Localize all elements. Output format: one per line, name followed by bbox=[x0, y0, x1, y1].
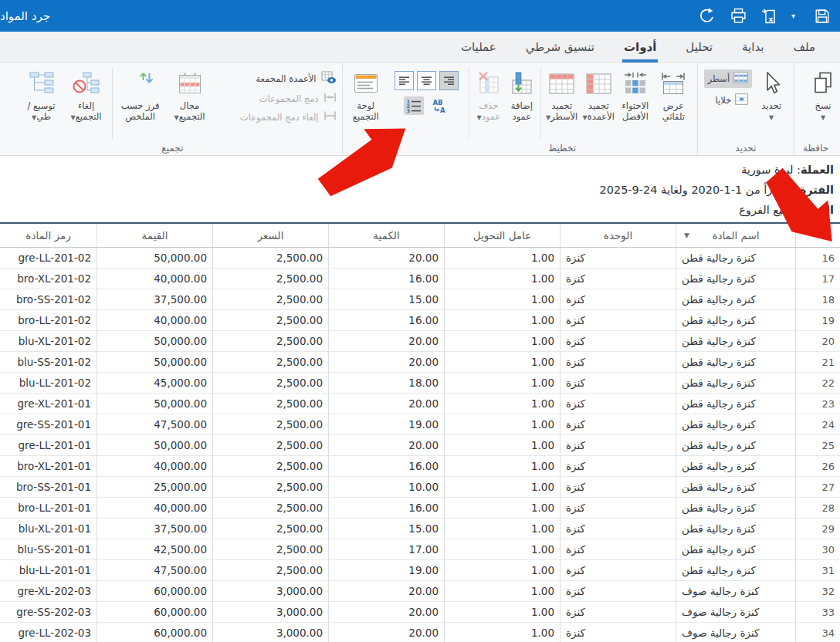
column-header-name[interactable]: ▼ اسم المادة bbox=[676, 224, 795, 247]
table-row[interactable]: 26كنزة رجالية قطنكنزة1.0016.002,500.0040… bbox=[0, 456, 840, 477]
cell-price[interactable]: 3,000.00 bbox=[212, 623, 328, 642]
cell-value[interactable]: 50,000.00 bbox=[97, 394, 212, 414]
export-button[interactable]: x bbox=[760, 6, 780, 26]
cell-unit[interactable]: كنزة bbox=[560, 519, 676, 539]
cell-unit[interactable]: كنزة bbox=[560, 310, 676, 330]
column-header-factor[interactable]: عامل التحويل bbox=[444, 224, 560, 247]
filter-caret-icon[interactable]: ▼ bbox=[684, 231, 689, 239]
table-row[interactable]: 16كنزة رجالية قطنكنزة1.0020.002,500.0050… bbox=[0, 248, 840, 269]
cell-name[interactable]: كنزة رجالية قطن bbox=[676, 269, 795, 289]
cell-qty[interactable]: 20.00 bbox=[328, 394, 444, 414]
cell-name[interactable]: كنزة رجالية صوف bbox=[676, 602, 795, 622]
cell-unit[interactable]: كنزة bbox=[560, 435, 676, 455]
cell-unit[interactable]: كنزة bbox=[560, 331, 676, 351]
align-right-button[interactable] bbox=[439, 71, 459, 90]
cell-rownum[interactable]: 24 bbox=[795, 414, 840, 434]
column-header-qty[interactable]: الكمية bbox=[328, 224, 444, 247]
expand-collapse-button[interactable]: توسيع / طي▼ bbox=[20, 66, 63, 136]
cell-value[interactable]: 50,000.00 bbox=[97, 248, 212, 268]
cell-price[interactable]: 2,500.00 bbox=[212, 373, 328, 393]
cell-factor[interactable]: 1.00 bbox=[444, 519, 560, 539]
cell-factor[interactable]: 1.00 bbox=[444, 352, 560, 372]
cell-unit[interactable]: كنزة bbox=[560, 373, 676, 393]
cell-value[interactable]: 37,500.00 bbox=[97, 519, 212, 539]
cell-rownum[interactable]: 25 bbox=[795, 435, 840, 455]
cell-value[interactable]: 25,000.00 bbox=[97, 477, 212, 497]
cell-rownum[interactable]: 23 bbox=[795, 394, 840, 414]
cell-name[interactable]: كنزة رجالية قطن bbox=[676, 289, 795, 309]
cell-unit[interactable]: كنزة bbox=[560, 269, 676, 289]
cell-rownum[interactable]: 31 bbox=[795, 560, 840, 580]
save-button[interactable] bbox=[812, 6, 832, 26]
cell-name[interactable]: كنزة رجالية قطن bbox=[676, 435, 795, 455]
delete-column-button[interactable]: حذف عمود▼ bbox=[472, 66, 505, 136]
cell-value[interactable]: 50,000.00 bbox=[97, 331, 212, 351]
cell-value[interactable]: 60,000.00 bbox=[97, 602, 212, 622]
cell-factor[interactable]: 1.00 bbox=[444, 623, 560, 642]
table-row[interactable]: 21كنزة رجالية قطنكنزة1.0020.002,500.0050… bbox=[0, 352, 840, 373]
cell-code[interactable]: gre-LL-202-03 bbox=[0, 623, 97, 642]
cell-unit[interactable]: كنزة bbox=[560, 560, 676, 580]
cell-price[interactable]: 3,000.00 bbox=[212, 581, 328, 601]
cell-qty[interactable]: 20.00 bbox=[328, 352, 444, 372]
select-cells-toggle[interactable]: خلايا bbox=[704, 91, 753, 110]
table-row[interactable]: 34كنزة رجالية صوفكنزة1.0020.003,000.0060… bbox=[0, 623, 840, 642]
cell-name[interactable]: كنزة رجالية قطن bbox=[676, 539, 795, 559]
cell-qty[interactable]: 16.00 bbox=[328, 269, 444, 289]
auto-view-button[interactable]: عرض تلقائي bbox=[653, 66, 693, 136]
cell-unit[interactable]: كنزة bbox=[560, 498, 676, 518]
cell-price[interactable]: 2,500.00 bbox=[212, 456, 328, 476]
cell-qty[interactable]: 17.00 bbox=[328, 539, 444, 559]
cell-qty[interactable]: 20.00 bbox=[328, 581, 444, 601]
cell-factor[interactable]: 1.00 bbox=[444, 394, 560, 414]
cell-rownum[interactable]: 21 bbox=[795, 352, 840, 372]
table-row[interactable]: 19كنزة رجالية قطنكنزة1.0016.002,500.0040… bbox=[0, 310, 840, 331]
cell-code[interactable]: bro-LL-201-01 bbox=[0, 498, 97, 518]
export-dropdown-caret-icon[interactable]: ▾ bbox=[791, 12, 801, 20]
tab-conditional-formatting[interactable]: تنسيق شرطي bbox=[524, 32, 596, 63]
cell-name[interactable]: كنزة رجالية قطن bbox=[676, 456, 795, 476]
cell-rownum[interactable]: 32 bbox=[795, 581, 840, 601]
cell-value[interactable]: 40,000.00 bbox=[97, 269, 212, 289]
cell-rownum[interactable]: 20 bbox=[795, 331, 840, 351]
table-row[interactable]: 28كنزة رجالية قطنكنزة1.0016.002,500.0040… bbox=[0, 498, 840, 519]
cell-price[interactable]: 2,500.00 bbox=[212, 519, 328, 539]
cell-unit[interactable]: كنزة bbox=[560, 352, 676, 372]
cell-qty[interactable]: 16.00 bbox=[328, 456, 444, 476]
cell-code[interactable]: blu-XL-201-02 bbox=[0, 331, 97, 351]
cell-price[interactable]: 2,500.00 bbox=[212, 394, 328, 414]
cell-value[interactable]: 40,000.00 bbox=[97, 498, 212, 518]
cell-price[interactable]: 2,500.00 bbox=[212, 414, 328, 434]
column-header-rownum[interactable] bbox=[795, 224, 840, 247]
group-range-button[interactable]: مجال التجميع▼ bbox=[166, 66, 214, 136]
table-row[interactable]: 23كنزة رجالية قطنكنزة1.0020.002,500.0050… bbox=[0, 394, 840, 414]
ungroup-button[interactable]: إلغاء التجميع▼ bbox=[63, 66, 110, 136]
cell-rownum[interactable]: 17 bbox=[795, 269, 840, 289]
best-fit-button[interactable]: الاحتواء الأفضل bbox=[618, 66, 654, 136]
add-column-button[interactable]: إضافة عمود bbox=[505, 66, 538, 136]
cell-unit[interactable]: كنزة bbox=[560, 539, 676, 559]
column-header-value[interactable]: القيمة bbox=[97, 224, 212, 247]
align-left-button[interactable] bbox=[395, 71, 414, 90]
cell-factor[interactable]: 1.00 bbox=[444, 539, 560, 559]
table-row[interactable]: 29كنزة رجالية قطنكنزة1.0015.002,500.0037… bbox=[0, 519, 840, 539]
cell-unit[interactable]: كنزة bbox=[560, 289, 676, 309]
table-row[interactable]: 27كنزة رجالية قطنكنزة1.0010.002,500.0025… bbox=[0, 477, 840, 498]
cell-unit[interactable]: كنزة bbox=[560, 477, 676, 497]
tab-operations[interactable]: عمليات bbox=[459, 32, 498, 63]
cell-qty[interactable]: 19.00 bbox=[328, 414, 444, 434]
copy-button[interactable]: نسخ ▼ bbox=[812, 66, 834, 136]
print-button[interactable] bbox=[728, 6, 748, 26]
cell-code[interactable]: bro-SS-201-02 bbox=[0, 289, 97, 309]
cell-factor[interactable]: 1.00 bbox=[444, 373, 560, 393]
cell-factor[interactable]: 1.00 bbox=[444, 602, 560, 622]
cell-price[interactable]: 2,500.00 bbox=[212, 435, 328, 455]
cell-code[interactable]: bro-LL-201-02 bbox=[0, 310, 97, 330]
cell-unit[interactable]: كنزة bbox=[560, 248, 676, 268]
sort-by-summary-button[interactable]: Σ فرز حسب الملخص bbox=[115, 66, 166, 136]
cell-code[interactable]: blu-XL-201-01 bbox=[0, 519, 97, 539]
cell-name[interactable]: كنزة رجالية صوف bbox=[676, 581, 795, 601]
cell-qty[interactable]: 10.00 bbox=[328, 477, 444, 497]
cell-code[interactable]: gre-XL-201-01 bbox=[0, 394, 97, 414]
table-row[interactable]: 20كنزة رجالية قطنكنزة1.0020.002,500.0050… bbox=[0, 331, 840, 352]
